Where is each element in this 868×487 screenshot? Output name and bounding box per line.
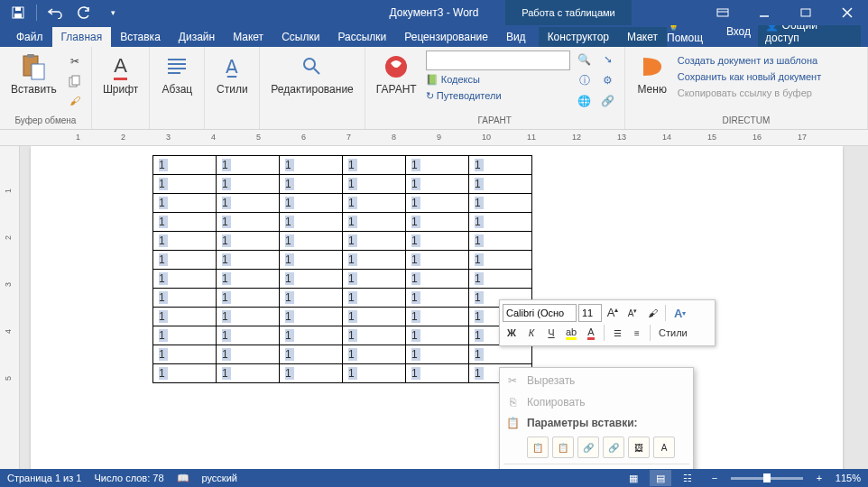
ctx-copy[interactable]: ⎘ Копировать bbox=[500, 391, 693, 413]
directum-menu-button[interactable]: Меню bbox=[633, 51, 672, 97]
mini-grow-font[interactable]: A▴ bbox=[604, 304, 622, 322]
garant-search-input[interactable] bbox=[426, 51, 570, 70]
table-cell[interactable]: 1 bbox=[217, 326, 280, 345]
zoom-out[interactable]: − bbox=[704, 470, 725, 486]
tab-table-design[interactable]: Конструктор bbox=[539, 27, 618, 47]
minimize-button[interactable] bbox=[743, 0, 785, 25]
styles-button[interactable]: A̲ Стили bbox=[212, 51, 252, 97]
status-language[interactable]: русский bbox=[202, 473, 237, 483]
table-cell[interactable]: 1 bbox=[406, 232, 469, 251]
paste-merge[interactable]: 📋 bbox=[552, 436, 574, 458]
undo-button[interactable] bbox=[42, 2, 68, 23]
paste-text[interactable]: A bbox=[653, 436, 675, 458]
table-cell[interactable]: 1 bbox=[217, 345, 280, 364]
table-cell[interactable]: 1 bbox=[153, 175, 217, 194]
view-web-layout[interactable]: ☷ bbox=[677, 470, 698, 486]
paste-link-merge[interactable]: 🔗 bbox=[603, 436, 624, 458]
garant-b4-button[interactable]: 🔗 bbox=[599, 92, 617, 110]
table-cell[interactable]: 1 bbox=[406, 194, 469, 213]
zoom-slider[interactable] bbox=[731, 477, 803, 480]
table-cell[interactable]: 1 bbox=[280, 232, 343, 251]
table-cell[interactable]: 1 bbox=[280, 213, 343, 232]
save-button[interactable] bbox=[5, 2, 31, 23]
zoom-value[interactable]: 115% bbox=[836, 473, 861, 483]
table-cell[interactable]: 1 bbox=[343, 289, 406, 308]
table-cell[interactable]: 1 bbox=[406, 289, 469, 308]
table-cell[interactable]: 1 bbox=[217, 156, 280, 175]
paste-link-source[interactable]: 🔗 bbox=[577, 436, 599, 458]
mini-font-color[interactable]: A bbox=[582, 324, 600, 342]
copy-button[interactable] bbox=[66, 72, 84, 90]
view-read-mode[interactable]: ▦ bbox=[623, 470, 644, 486]
table-cell[interactable]: 1 bbox=[280, 326, 343, 345]
mini-styles[interactable]: A▾ bbox=[669, 304, 690, 322]
mini-italic[interactable]: К bbox=[522, 324, 540, 342]
tab-review[interactable]: Рецензирование bbox=[395, 27, 497, 47]
table-cell[interactable]: 1 bbox=[406, 251, 469, 270]
garant-b3-button[interactable]: ⚙ bbox=[599, 71, 617, 89]
format-painter-button[interactable]: 🖌 bbox=[66, 92, 84, 110]
editing-button[interactable]: Редактирование bbox=[267, 51, 356, 97]
garant-codex-link[interactable]: 📗 Кодексы bbox=[426, 73, 570, 87]
tab-file[interactable]: Файл bbox=[7, 27, 52, 47]
cut-button[interactable]: ✂ bbox=[66, 52, 84, 70]
tab-design[interactable]: Дизайн bbox=[170, 27, 224, 47]
table-cell[interactable]: 1 bbox=[217, 194, 280, 213]
status-page[interactable]: Страница 1 из 1 bbox=[7, 473, 81, 483]
garant-b2-button[interactable]: ➘ bbox=[599, 51, 617, 69]
table-cell[interactable]: 1 bbox=[153, 308, 217, 326]
garant-guides-link[interactable]: ↻ Путеводители bbox=[426, 89, 570, 103]
mini-styles-label[interactable]: Стили bbox=[654, 324, 692, 342]
table-cell[interactable]: 1 bbox=[406, 270, 469, 289]
table-cell[interactable]: 1 bbox=[343, 213, 406, 232]
mini-highlight[interactable]: ab bbox=[562, 324, 580, 342]
status-spellcheck[interactable]: 📖 bbox=[177, 473, 189, 484]
table-cell[interactable]: 1 bbox=[469, 270, 532, 289]
tab-layout[interactable]: Макет bbox=[224, 27, 272, 47]
tab-table-layout[interactable]: Макет bbox=[618, 27, 667, 47]
view-print-layout[interactable]: ▤ bbox=[650, 470, 671, 486]
mini-bold[interactable]: Ж bbox=[503, 324, 521, 342]
paste-keep-source[interactable]: 📋 bbox=[527, 436, 549, 458]
tab-view[interactable]: Вид bbox=[497, 27, 535, 47]
mini-font-size[interactable] bbox=[578, 304, 602, 322]
table-cell[interactable]: 1 bbox=[469, 175, 532, 194]
table-cell[interactable]: 1 bbox=[469, 213, 532, 232]
table-cell[interactable]: 1 bbox=[153, 232, 217, 251]
table-cell[interactable]: 1 bbox=[343, 308, 406, 326]
table-cell[interactable]: 1 bbox=[153, 326, 217, 345]
mini-format-painter[interactable]: 🖌 bbox=[643, 304, 661, 322]
ruler-vertical[interactable]: 12345 bbox=[0, 146, 20, 469]
directum-create-tpl[interactable]: Создать документ из шаблона bbox=[678, 54, 822, 67]
table-cell[interactable]: 1 bbox=[469, 194, 532, 213]
table-cell[interactable]: 1 bbox=[343, 364, 406, 383]
mini-bullets[interactable]: ☰ bbox=[608, 324, 626, 342]
paragraph-button[interactable]: Абзац bbox=[157, 51, 197, 97]
table-cell[interactable]: 1 bbox=[280, 289, 343, 308]
paste-picture[interactable]: 🖼 bbox=[628, 436, 650, 458]
table-cell[interactable]: 1 bbox=[469, 232, 532, 251]
table-cell[interactable]: 1 bbox=[217, 308, 280, 326]
table-cell[interactable]: 1 bbox=[280, 194, 343, 213]
redo-button[interactable] bbox=[71, 2, 97, 23]
table-cell[interactable]: 1 bbox=[153, 289, 217, 308]
ribbon-display-button[interactable] bbox=[702, 0, 743, 25]
table-cell[interactable]: 1 bbox=[217, 251, 280, 270]
table-cell[interactable]: 1 bbox=[343, 232, 406, 251]
garant-button[interactable]: ГАРАНТ bbox=[373, 51, 420, 97]
table-cell[interactable]: 1 bbox=[153, 345, 217, 364]
table-cell[interactable]: 1 bbox=[343, 251, 406, 270]
zoom-in[interactable]: + bbox=[808, 470, 830, 486]
table-cell[interactable]: 1 bbox=[153, 213, 217, 232]
ctx-refresh-link[interactable]: ⟳ Обновить связь bbox=[500, 466, 693, 469]
table-cell[interactable]: 1 bbox=[280, 308, 343, 326]
table-cell[interactable]: 1 bbox=[343, 156, 406, 175]
status-words[interactable]: Число слов: 78 bbox=[94, 473, 163, 483]
table-cell[interactable]: 1 bbox=[469, 156, 532, 175]
font-button[interactable]: A Шрифт bbox=[99, 51, 142, 97]
tab-home[interactable]: Главная bbox=[52, 27, 112, 47]
mini-numbering[interactable]: ≡ bbox=[628, 324, 646, 342]
table-cell[interactable]: 1 bbox=[343, 270, 406, 289]
table-cell[interactable]: 1 bbox=[217, 175, 280, 194]
table-cell[interactable]: 1 bbox=[280, 156, 343, 175]
